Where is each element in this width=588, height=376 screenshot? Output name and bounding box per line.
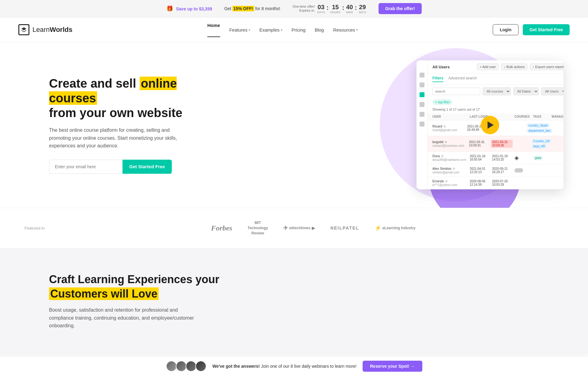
tab-filters[interactable]: Filters <box>432 76 443 82</box>
user-cell: bogobit ☆ contact@business.com <box>432 140 469 147</box>
offer-text: Get <box>224 6 231 11</box>
col-manage: Manage <box>552 115 564 118</box>
hero-section: Create and sell online courses from your… <box>0 42 588 208</box>
sidebar-icon-2 <box>420 82 424 87</box>
courses-filter[interactable]: All courses <box>483 87 511 95</box>
play-button[interactable] <box>481 116 499 134</box>
dashboard-preview: All Users + Add user ↓ Bulk actions ↑ Ex… <box>417 60 564 189</box>
users-filter[interactable]: All Users <box>541 87 564 95</box>
sidebar-icon-active <box>420 92 424 97</box>
mit-logo: MITTechnologyReview <box>247 220 268 236</box>
logo-text: LearnWorlds <box>32 26 72 34</box>
toggle-off <box>514 168 523 173</box>
table-row: Alex Similsis ☆ similsis@gmail.com 2021-… <box>428 164 564 177</box>
timer-secs: 29 SECS <box>359 4 366 14</box>
user-cell: Ernesto ☆ er**1@yahoo.com <box>432 179 470 187</box>
email-input[interactable] <box>49 160 123 174</box>
timer-days: 03 DAYS <box>317 4 325 14</box>
edtechtimes-logo: ✈ edtechtimes▶ <box>283 225 315 231</box>
bulk-actions-button[interactable]: ↓ Bulk actions <box>501 63 527 70</box>
section2-title-highlight: Customers will Love <box>49 287 159 300</box>
user-cell: Alex Similsis ☆ similsis@gmail.com <box>432 167 470 174</box>
nav-blog[interactable]: Blog <box>315 27 324 32</box>
main-nav: Home Features ▾ Examples ▾ Pricing Blog … <box>207 23 358 37</box>
gift-icon: 🎁 <box>166 6 173 12</box>
dashboard-tabs: Filters Advanced search <box>428 74 564 85</box>
user-cell: Dora ☆ dora289@realname.com <box>432 154 470 161</box>
save-offer: 🎁 Save up to $3,359 <box>166 5 212 12</box>
timer-colon-3: : <box>355 4 357 11</box>
col-courses: Courses <box>514 115 533 118</box>
dashboard-title: All Users <box>432 65 450 69</box>
top-banner: 🎁 Save up to $3,359 Get 15% OFF! for 8 m… <box>0 0 588 17</box>
section2: Craft Learning Experiences your Customer… <box>0 248 588 354</box>
user-cell: Ricard ☆ ricard@gmail.com <box>432 124 467 132</box>
hero-visual: All Users + Add user ↓ Bulk actions ↑ Ex… <box>221 60 564 189</box>
dashboard-sidebar <box>417 60 428 189</box>
nav-pricing[interactable]: Pricing <box>292 27 306 32</box>
dashboard-filters: All courses All Dates All Users <box>428 85 564 98</box>
timer-hours: 15 HOURS <box>330 4 341 14</box>
col-user: User <box>432 115 470 118</box>
col-tags: Tags <box>533 115 552 118</box>
examples-chevron-icon: ▾ <box>281 28 282 32</box>
timer-mins: 40 MINS <box>346 4 353 14</box>
logo[interactable]: LearnWorlds <box>18 24 72 35</box>
featured-label: Featured in <box>24 226 45 230</box>
resources-chevron-icon: ▾ <box>356 28 358 32</box>
table-row: Ernesto ☆ er**1@yahoo.com 2020-08-0512:1… <box>428 177 564 189</box>
hero-cta-button[interactable]: Get Started Free <box>123 160 172 174</box>
nav-features[interactable]: Features ▾ <box>229 27 250 32</box>
featured-logos: Forbes MITTechnologyReview ✈ edtechtimes… <box>63 220 564 236</box>
hero-description: The best online course platform for crea… <box>49 126 184 150</box>
section2-title: Craft Learning Experiences your Customer… <box>49 272 539 301</box>
forbes-logo: Forbes <box>211 224 232 232</box>
header-actions: Login Get Started Free <box>493 24 570 35</box>
sidebar-icon-3 <box>420 102 424 107</box>
nav-home[interactable]: Home <box>207 23 220 37</box>
discount-offer: Get 15% OFF! for 8 months! <box>224 6 280 11</box>
add-user-button[interactable]: + Add user <box>477 63 499 70</box>
main-header: LearnWorlds Home Features ▾ Examples ▾ P… <box>0 17 588 42</box>
sidebar-icon-1 <box>420 73 424 78</box>
table-row: bogobit ☆ contact@business.com 2021-03-3… <box>428 136 564 152</box>
online-courses-highlight: online courses <box>49 77 177 105</box>
tag-filter-badge: × tag filter <box>432 99 452 105</box>
user-count: Showing 1 of 17 users out of 17 <box>428 106 564 113</box>
duration-text: for 8 months! <box>255 6 280 11</box>
logo-icon <box>18 24 29 35</box>
dates-filter[interactable]: All Dates <box>513 87 539 95</box>
play-icon <box>488 121 494 129</box>
header-get-started-button[interactable]: Get Started Free <box>523 24 570 35</box>
timer-colon-2: : <box>342 4 344 11</box>
elearning-logo: ⚡ eLearning Industry <box>375 225 416 231</box>
featured-section: Featured in Forbes MITTechnologyReview ✈… <box>0 208 588 248</box>
user-search-input[interactable] <box>432 88 480 95</box>
dashboard-actions: + Add user ↓ Bulk actions ↑ Export users… <box>477 63 564 70</box>
login-button[interactable]: Login <box>493 24 518 35</box>
save-text: Save up to $3,359 <box>176 6 212 11</box>
grab-offer-button[interactable]: Grab the offer! <box>379 3 422 14</box>
sidebar-icon-5 <box>420 122 424 127</box>
table-row: Dora ☆ dora289@realname.com 2021-01-1816… <box>428 152 564 164</box>
dashboard-header: All Users + Add user ↓ Bulk actions ↑ Ex… <box>428 60 564 74</box>
countdown-timer: One-time offer! Expires in: 03 DAYS : 15… <box>292 4 366 14</box>
hero-title: Create and sell online courses from your… <box>49 76 221 120</box>
tab-advanced-search[interactable]: Advanced search <box>448 76 477 82</box>
timer-colon-1: : <box>326 4 329 11</box>
hero-signup-form: Get Started Free <box>49 160 221 174</box>
neilpatel-logo: NEILPATEL <box>330 226 359 230</box>
features-chevron-icon: ▾ <box>249 28 250 32</box>
active-filter-tags: × tag filter <box>428 98 564 106</box>
nav-examples[interactable]: Examples ▾ <box>259 27 282 32</box>
discount-text: 15% OFF! <box>232 6 254 11</box>
timer-boxes: 03 DAYS : 15 HOURS : 40 MINS : 29 SECS <box>317 4 366 14</box>
export-button[interactable]: ↑ Export users report <box>530 63 564 70</box>
hero-content: Create and sell online courses from your… <box>49 76 221 174</box>
section2-description: Boost usage, satisfaction and retention … <box>49 306 196 330</box>
nav-resources[interactable]: Resources ▾ <box>333 27 358 32</box>
sidebar-icon-4 <box>420 112 424 117</box>
timer-label: One-time offer! Expires in: <box>292 5 315 13</box>
